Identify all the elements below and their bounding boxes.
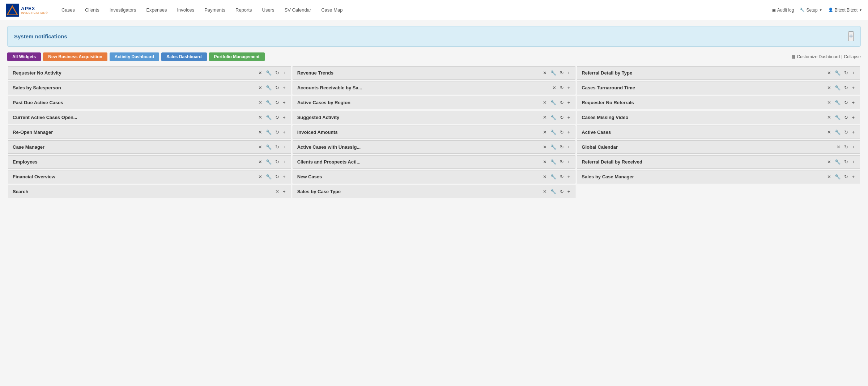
widget-add-button[interactable]: + bbox=[567, 144, 571, 150]
widget-wrench-button[interactable]: 🔧 bbox=[550, 115, 557, 120]
widget-wrench-button[interactable]: 🔧 bbox=[834, 130, 841, 135]
widget-close-button[interactable]: ✕ bbox=[826, 100, 832, 105]
widget-add-button[interactable]: + bbox=[282, 115, 286, 120]
widget-wrench-button[interactable]: 🔧 bbox=[265, 85, 272, 90]
nav-investigators[interactable]: Investigators bbox=[105, 0, 141, 20]
widget-close-button[interactable]: ✕ bbox=[826, 70, 832, 76]
widget-close-button[interactable]: ✕ bbox=[258, 174, 263, 179]
widget-add-button[interactable]: + bbox=[567, 189, 571, 194]
widget-add-button[interactable]: + bbox=[851, 144, 855, 150]
widget-close-button[interactable]: ✕ bbox=[258, 100, 263, 105]
widget-wrench-button[interactable]: 🔧 bbox=[265, 70, 272, 76]
widget-close-button[interactable]: ✕ bbox=[542, 159, 548, 165]
nav-cases[interactable]: Cases bbox=[56, 0, 80, 20]
widget-wrench-button[interactable]: 🔧 bbox=[834, 159, 841, 165]
widget-refresh-button[interactable]: ↻ bbox=[843, 70, 849, 76]
widget-close-button[interactable]: ✕ bbox=[258, 159, 263, 165]
widget-refresh-button[interactable]: ↻ bbox=[559, 85, 565, 90]
widget-refresh-button[interactable]: ↻ bbox=[559, 189, 565, 194]
widget-refresh-button[interactable]: ↻ bbox=[275, 159, 280, 165]
widget-add-button[interactable]: + bbox=[282, 189, 286, 194]
widget-wrench-button[interactable]: 🔧 bbox=[265, 159, 272, 165]
widget-wrench-button[interactable]: 🔧 bbox=[550, 70, 557, 76]
widget-close-button[interactable]: ✕ bbox=[542, 189, 548, 194]
widget-add-button[interactable]: + bbox=[282, 85, 286, 90]
tab-portfolio-management[interactable]: Portfolio Management bbox=[209, 52, 265, 61]
widget-wrench-button[interactable]: 🔧 bbox=[265, 130, 272, 135]
widget-close-button[interactable]: ✕ bbox=[826, 174, 832, 179]
user-menu-button[interactable]: 👤 Bitcot Bitcot ▼ bbox=[828, 8, 862, 13]
nav-sv-calendar[interactable]: SV Calendar bbox=[280, 0, 316, 20]
widget-close-button[interactable]: ✕ bbox=[542, 70, 548, 76]
widget-close-button[interactable]: ✕ bbox=[542, 130, 548, 135]
widget-close-button[interactable]: ✕ bbox=[542, 174, 548, 179]
widget-add-button[interactable]: + bbox=[282, 100, 286, 105]
widget-refresh-button[interactable]: ↻ bbox=[275, 85, 280, 90]
widget-add-button[interactable]: + bbox=[567, 115, 571, 120]
widget-add-button[interactable]: + bbox=[851, 174, 855, 179]
widget-wrench-button[interactable]: 🔧 bbox=[265, 144, 272, 150]
widget-add-button[interactable]: + bbox=[282, 70, 286, 76]
widget-add-button[interactable]: + bbox=[567, 85, 571, 90]
widget-add-button[interactable]: + bbox=[851, 100, 855, 105]
widget-add-button[interactable]: + bbox=[851, 159, 855, 165]
widget-refresh-button[interactable]: ↻ bbox=[843, 115, 849, 120]
tab-new-business[interactable]: New Business Acquisition bbox=[43, 52, 107, 61]
nav-users[interactable]: Users bbox=[257, 0, 280, 20]
widget-refresh-button[interactable]: ↻ bbox=[275, 144, 280, 150]
widget-wrench-button[interactable]: 🔧 bbox=[834, 115, 841, 120]
widget-wrench-button[interactable]: 🔧 bbox=[550, 130, 557, 135]
nav-reports[interactable]: Reports bbox=[230, 0, 257, 20]
widget-add-button[interactable]: + bbox=[282, 130, 286, 135]
widget-wrench-button[interactable]: 🔧 bbox=[550, 159, 557, 165]
widget-refresh-button[interactable]: ↻ bbox=[843, 100, 849, 105]
widget-close-button[interactable]: ✕ bbox=[826, 85, 832, 90]
widget-refresh-button[interactable]: ↻ bbox=[559, 130, 565, 135]
widget-close-button[interactable]: ✕ bbox=[258, 115, 263, 120]
widget-close-button[interactable]: ✕ bbox=[258, 85, 263, 90]
widget-refresh-button[interactable]: ↻ bbox=[559, 115, 565, 120]
widget-close-button[interactable]: ✕ bbox=[552, 85, 557, 90]
widget-wrench-button[interactable]: 🔧 bbox=[265, 174, 272, 179]
widget-wrench-button[interactable]: 🔧 bbox=[834, 174, 841, 179]
widget-add-button[interactable]: + bbox=[851, 115, 855, 120]
nav-invoices[interactable]: Invoices bbox=[172, 0, 200, 20]
widget-add-button[interactable]: + bbox=[567, 70, 571, 76]
widget-refresh-button[interactable]: ↻ bbox=[843, 174, 849, 179]
widget-add-button[interactable]: + bbox=[282, 174, 286, 179]
widget-refresh-button[interactable]: ↻ bbox=[275, 115, 280, 120]
widget-add-button[interactable]: + bbox=[567, 159, 571, 165]
widget-close-button[interactable]: ✕ bbox=[542, 115, 548, 120]
widget-refresh-button[interactable]: ↻ bbox=[275, 130, 280, 135]
widget-close-button[interactable]: ✕ bbox=[826, 130, 832, 135]
widget-wrench-button[interactable]: 🔧 bbox=[834, 100, 841, 105]
widget-wrench-button[interactable]: 🔧 bbox=[265, 100, 272, 105]
widget-wrench-button[interactable]: 🔧 bbox=[550, 144, 557, 150]
widget-wrench-button[interactable]: 🔧 bbox=[550, 100, 557, 105]
widget-add-button[interactable]: + bbox=[851, 130, 855, 135]
widget-refresh-button[interactable]: ↻ bbox=[559, 159, 565, 165]
nav-case-map[interactable]: Case Map bbox=[316, 0, 348, 20]
widget-add-button[interactable]: + bbox=[282, 159, 286, 165]
widget-refresh-button[interactable]: ↻ bbox=[843, 144, 849, 150]
widget-refresh-button[interactable]: ↻ bbox=[559, 174, 565, 179]
nav-payments[interactable]: Payments bbox=[199, 0, 230, 20]
setup-button[interactable]: 🔧 Setup ▼ bbox=[800, 8, 822, 13]
widget-close-button[interactable]: ✕ bbox=[275, 189, 280, 194]
widget-add-button[interactable]: + bbox=[567, 100, 571, 105]
widget-close-button[interactable]: ✕ bbox=[258, 144, 263, 150]
widget-wrench-button[interactable]: 🔧 bbox=[834, 70, 841, 76]
widget-add-button[interactable]: + bbox=[851, 85, 855, 90]
tab-sales-dashboard[interactable]: Sales Dashboard bbox=[161, 52, 207, 61]
widget-close-button[interactable]: ✕ bbox=[258, 70, 263, 76]
widget-close-button[interactable]: ✕ bbox=[826, 159, 832, 165]
widget-refresh-button[interactable]: ↻ bbox=[275, 174, 280, 179]
widget-refresh-button[interactable]: ↻ bbox=[275, 70, 280, 76]
widget-close-button[interactable]: ✕ bbox=[258, 130, 263, 135]
widget-close-button[interactable]: ✕ bbox=[542, 100, 548, 105]
widget-add-button[interactable]: + bbox=[567, 130, 571, 135]
widget-refresh-button[interactable]: ↻ bbox=[843, 159, 849, 165]
widget-refresh-button[interactable]: ↻ bbox=[843, 130, 849, 135]
widget-refresh-button[interactable]: ↻ bbox=[559, 144, 565, 150]
customize-dashboard-link[interactable]: Customize Dashboard bbox=[797, 54, 840, 59]
